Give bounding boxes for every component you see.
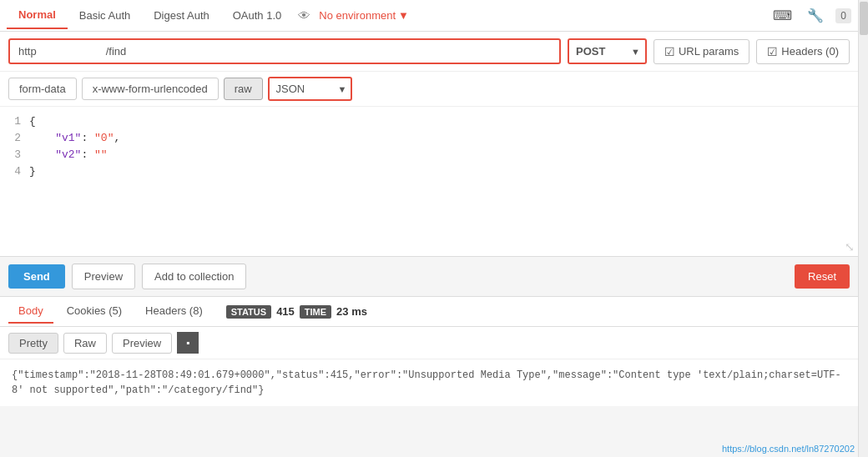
- code-editor[interactable]: 1 { 2 "v1": "0", 3 "v2": "" 4 } ⤡: [0, 107, 858, 257]
- checkbox-icon-headers: ☑: [767, 45, 778, 58]
- env-arrow: ▼: [398, 9, 409, 22]
- wrench-icon-btn[interactable]: 🔧: [804, 6, 827, 25]
- resp-body-tabs-row: Pretty Raw Preview ▪: [0, 327, 858, 359]
- send-button[interactable]: Send: [8, 264, 65, 289]
- line-num-1: 1: [0, 113, 29, 130]
- status-label: STATUS: [226, 305, 271, 319]
- tab-normal[interactable]: Normal: [7, 2, 68, 29]
- url-row: GET POST PUT DELETE PATCH ▼ ☑ URL params…: [0, 32, 858, 72]
- env-label: No environment: [319, 9, 396, 22]
- line-content-1: {: [29, 113, 858, 130]
- line-content-4: }: [29, 163, 858, 180]
- line-num-2: 2: [0, 130, 29, 147]
- notifications-badge: 0: [835, 8, 851, 23]
- status-value: 415: [276, 305, 295, 318]
- tab-raw[interactable]: raw: [224, 78, 263, 100]
- code-line-3: 3 "v2": "": [0, 147, 858, 163]
- method-arrow-icon: ▼: [626, 42, 645, 62]
- tab-oauth[interactable]: OAuth 1.0: [221, 3, 294, 28]
- headers-label: Headers (0): [781, 45, 839, 58]
- resp-body-tab-preview[interactable]: Preview: [112, 333, 172, 354]
- copy-icon-btn[interactable]: ▪: [177, 332, 199, 354]
- line-content-2: "v1": "0",: [29, 130, 858, 147]
- resp-tab-body[interactable]: Body: [8, 299, 53, 324]
- top-tabs-bar: Normal Basic Auth Digest Auth OAuth 1.0 …: [0, 0, 858, 32]
- tab-digest-auth[interactable]: Digest Auth: [142, 3, 221, 28]
- resize-handle[interactable]: ⤡: [845, 240, 855, 254]
- method-select-wrap: GET POST PUT DELETE PATCH ▼: [568, 38, 647, 64]
- top-right-icons: ⌨ 🔧 0: [770, 6, 851, 25]
- line-num-3: 3: [0, 147, 29, 163]
- url-params-label: URL params: [679, 45, 739, 58]
- body-type-row: form-data x-www-form-urlencoded raw JSON…: [0, 72, 858, 107]
- code-line-4: 4 }: [0, 163, 858, 180]
- response-tabs-bar: Body Cookies (5) Headers (8) STATUS 415 …: [0, 297, 858, 327]
- json-format-select[interactable]: JSON Text JavaScript HTML XML: [270, 78, 334, 99]
- json-arrow-icon: ▼: [334, 80, 351, 98]
- code-line-2: 2 "v1": "0",: [0, 130, 858, 147]
- checkbox-icon-url: ☑: [664, 45, 675, 58]
- resp-body-tab-pretty[interactable]: Pretty: [8, 333, 58, 354]
- time-value: 23 ms: [336, 305, 367, 318]
- status-badge-area: STATUS 415 TIME 23 ms: [226, 305, 367, 319]
- response-body-text: {"timestamp":"2018-11-28T08:49:01.679+00…: [12, 369, 841, 396]
- environment-selector[interactable]: No environment ▼: [319, 9, 409, 22]
- tab-basic-auth[interactable]: Basic Auth: [68, 3, 142, 28]
- eye-icon[interactable]: 👁: [298, 8, 310, 23]
- add-to-collection-button[interactable]: Add to collection: [142, 264, 246, 289]
- line-content-3: "v2": "": [29, 147, 858, 163]
- method-select[interactable]: GET POST PUT DELETE PATCH: [569, 40, 626, 63]
- resp-body-tab-raw[interactable]: Raw: [63, 333, 107, 354]
- scrollbar-thumb[interactable]: [860, 2, 868, 35]
- resp-tab-headers[interactable]: Headers (8): [135, 299, 213, 324]
- url-params-btn[interactable]: ☑ URL params: [654, 39, 749, 64]
- json-select-wrap: JSON Text JavaScript HTML XML ▼: [268, 77, 353, 101]
- time-label: TIME: [300, 305, 331, 319]
- headers-btn[interactable]: ☑ Headers (0): [756, 39, 850, 64]
- code-line-1: 1 {: [0, 113, 858, 130]
- resp-tab-cookies[interactable]: Cookies (5): [57, 299, 132, 324]
- response-content: {"timestamp":"2018-11-28T08:49:01.679+00…: [0, 359, 858, 406]
- main-scrollbar[interactable]: [858, 0, 868, 457]
- preview-button[interactable]: Preview: [72, 264, 135, 289]
- keyboard-icon-btn[interactable]: ⌨: [770, 6, 795, 25]
- footer-url: https://blog.csdn.net/ln87270202: [722, 444, 855, 454]
- line-num-4: 4: [0, 163, 29, 180]
- reset-button[interactable]: Reset: [795, 264, 850, 289]
- url-input[interactable]: [8, 38, 561, 64]
- tab-form-data[interactable]: form-data: [8, 78, 77, 100]
- tab-urlencoded[interactable]: x-www-form-urlencoded: [82, 78, 219, 100]
- action-row: Send Preview Add to collection Reset: [0, 257, 858, 297]
